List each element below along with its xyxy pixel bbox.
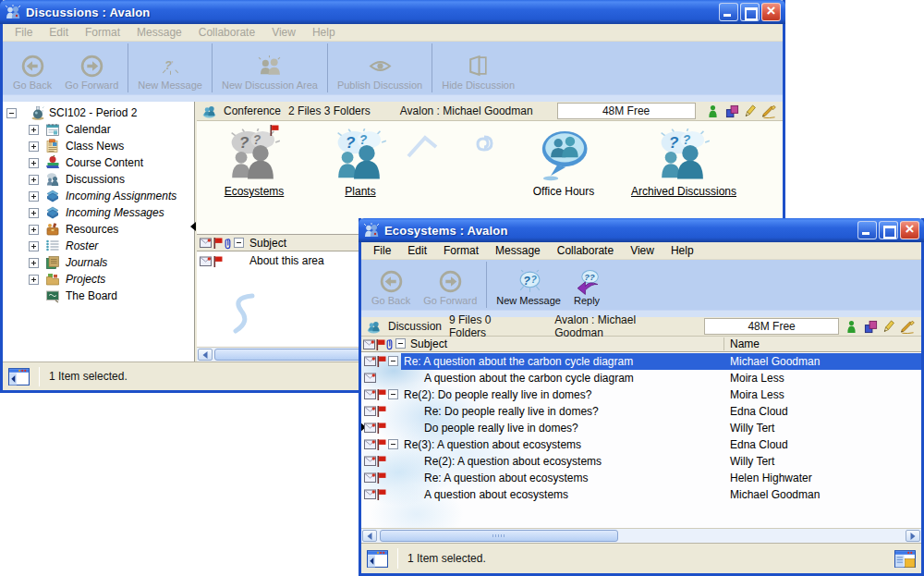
message-row[interactable]: A question about ecosystems Michael Good… xyxy=(361,486,921,503)
menu-collaborate[interactable]: Collaborate xyxy=(549,242,622,259)
desktop: Discussions : Avalon File Edit Format Me… xyxy=(0,0,924,576)
collapse-box[interactable] xyxy=(6,108,17,118)
titlebar-discussions[interactable]: Discussions : Avalon xyxy=(0,0,785,24)
go-forward-button[interactable]: Go Forward xyxy=(417,260,483,310)
column-divider[interactable] xyxy=(723,337,724,350)
new-message-button[interactable]: ?? New Message xyxy=(490,260,567,310)
paperclip-icon xyxy=(224,238,232,250)
close-button[interactable] xyxy=(761,3,781,21)
minimize-button[interactable] xyxy=(857,221,877,239)
message-subject: Re: Do people really live in domes? xyxy=(424,405,599,418)
collapse-all-box[interactable] xyxy=(234,238,244,248)
view-mode-icon[interactable] xyxy=(894,550,916,568)
message-row[interactable]: Re: A question about the carbon cycle di… xyxy=(361,353,921,370)
expand-box[interactable] xyxy=(29,208,39,218)
hide-discussion-button[interactable]: Hide Discussion xyxy=(435,42,521,94)
swirl-decoration xyxy=(465,126,504,165)
menu-file[interactable]: File xyxy=(6,24,41,41)
new-message-button[interactable]: ?' New Message xyxy=(131,42,209,94)
flag-icon xyxy=(213,238,223,249)
expand-box[interactable] xyxy=(29,191,39,202)
presence-icon[interactable] xyxy=(708,104,722,118)
thread-collapse-box[interactable] xyxy=(388,439,398,449)
scroll-left-button[interactable] xyxy=(362,530,377,542)
expand-box[interactable] xyxy=(29,175,39,185)
conference-item-archived-discussions[interactable]: ?? Archived Discussions xyxy=(628,129,739,199)
maximize-button[interactable] xyxy=(740,3,760,21)
expand-box[interactable] xyxy=(29,125,39,135)
thread-collapse-box[interactable] xyxy=(388,356,398,366)
close-button[interactable] xyxy=(900,221,919,239)
menu-format[interactable]: Format xyxy=(77,24,128,41)
status-bar: 1 Item selected. xyxy=(361,543,921,573)
expand-box[interactable] xyxy=(29,258,39,268)
menu-help[interactable]: Help xyxy=(304,24,344,41)
expand-box[interactable] xyxy=(29,241,39,251)
thread-collapse-box[interactable] xyxy=(388,389,398,399)
message-subject: A question about ecosystems xyxy=(424,488,568,501)
expand-box[interactable] xyxy=(29,275,39,285)
go-forward-icon xyxy=(79,54,104,79)
discussion-info-bar: Discussion 9 Files 0 Folders Avalon : Mi… xyxy=(361,317,921,337)
panel-toggle-icon[interactable] xyxy=(8,368,30,386)
menubar: File Edit Format Message Collaborate Vie… xyxy=(3,24,783,42)
message-author: Michael Goodman xyxy=(730,355,820,368)
menu-message[interactable]: Message xyxy=(128,24,190,41)
horizontal-scrollbar[interactable] xyxy=(361,528,921,543)
publish-discussion-icon xyxy=(368,54,393,79)
message-row[interactable]: Re(2): Do people really live in domes? M… xyxy=(361,386,921,403)
menu-file[interactable]: File xyxy=(365,242,399,259)
new-discussion-area-button[interactable]: New Discussion Area xyxy=(215,42,324,94)
go-forward-button[interactable]: Go Forward xyxy=(58,42,125,94)
message-row[interactable]: Re: Do people really live in domes? Edna… xyxy=(361,403,921,420)
pane-collapse-arrow[interactable] xyxy=(190,222,196,231)
publish-discussion-button[interactable]: Publish Discussion xyxy=(331,42,429,94)
panel-toggle-icon[interactable] xyxy=(367,550,388,568)
menu-view[interactable]: View xyxy=(622,242,663,259)
menu-message[interactable]: Message xyxy=(487,242,549,259)
app-icon xyxy=(363,223,380,238)
menu-edit[interactable]: Edit xyxy=(41,24,77,41)
message-row[interactable]: Re(3): A question about ecosystems Edna … xyxy=(361,436,921,453)
free-space-indicator: 48M Free xyxy=(704,318,839,335)
conference-item-office-hours[interactable]: Office Hours xyxy=(508,129,619,199)
conference-item-plants[interactable]: ?? Plants xyxy=(305,129,416,199)
signature-pen-icon[interactable] xyxy=(899,320,916,334)
layers-icon[interactable] xyxy=(864,320,878,334)
message-row[interactable]: Re: A question about ecosystems Helen Hi… xyxy=(361,470,921,486)
signature-pen-icon[interactable] xyxy=(760,104,777,118)
message-subject: Re(2): Do people really live in domes? xyxy=(404,388,591,401)
go-back-button[interactable]: Go Back xyxy=(365,260,417,310)
menu-format[interactable]: Format xyxy=(435,242,487,259)
subject-column-header[interactable]: Subject xyxy=(410,337,447,350)
maximize-button[interactable] xyxy=(879,221,898,239)
subject-text: About this area xyxy=(249,254,324,267)
message-row[interactable]: Re(2): A question about ecosystems Willy… xyxy=(361,453,921,470)
presence-icon[interactable] xyxy=(846,320,860,334)
scroll-left-button[interactable] xyxy=(198,349,213,361)
scrollbar-thumb[interactable] xyxy=(380,530,618,542)
titlebar-ecosystems[interactable]: Ecosystems : Avalon xyxy=(359,218,924,242)
pencil-icon[interactable] xyxy=(743,104,757,118)
message-row[interactable]: A question about the carbon cycle diagra… xyxy=(361,370,921,386)
envelope-icon xyxy=(364,472,376,483)
expand-box[interactable] xyxy=(29,158,39,168)
name-column-header[interactable]: Name xyxy=(730,337,760,350)
menu-collaborate[interactable]: Collaborate xyxy=(190,24,263,41)
expand-box[interactable] xyxy=(29,141,39,152)
go-back-button[interactable]: Go Back xyxy=(6,42,58,94)
window-title: Ecosystems : Avalon xyxy=(384,224,508,238)
conference-item-ecosystems[interactable]: ?? Ecosystems xyxy=(199,129,310,199)
layers-icon[interactable] xyxy=(725,104,739,118)
expand-box[interactable] xyxy=(29,225,39,235)
reply-button[interactable]: ?? Reply xyxy=(567,260,606,310)
menu-edit[interactable]: Edit xyxy=(399,242,435,259)
menu-help[interactable]: Help xyxy=(663,242,702,259)
menu-view[interactable]: View xyxy=(263,24,304,41)
scroll-right-button[interactable] xyxy=(906,530,920,542)
pencil-icon[interactable] xyxy=(881,320,895,334)
toolbar-separator xyxy=(128,43,128,92)
message-row[interactable]: Do people really live in domes? Willy Te… xyxy=(361,420,921,436)
minimize-button[interactable] xyxy=(719,3,738,21)
collapse-all-box[interactable] xyxy=(395,338,406,349)
